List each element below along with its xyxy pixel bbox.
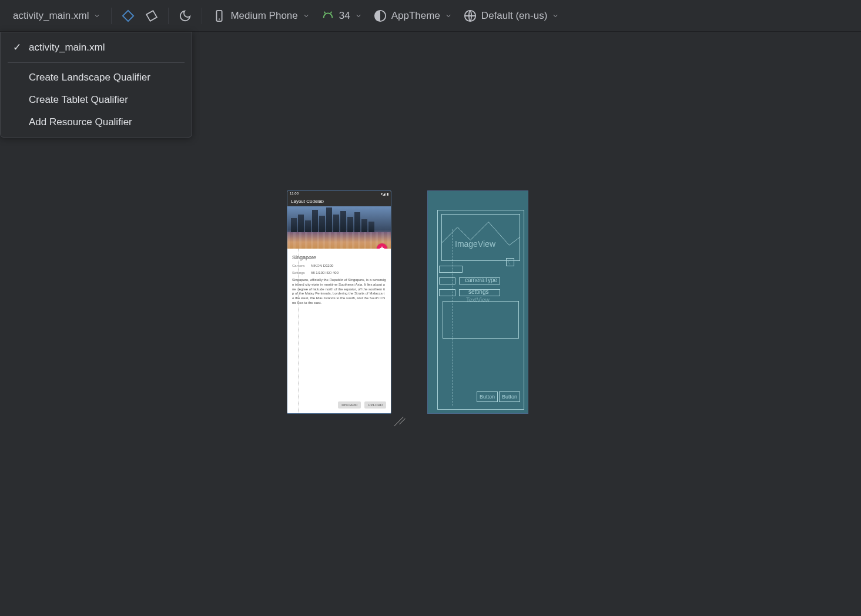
- chevron-down-icon: [355, 12, 362, 19]
- separator: [168, 8, 169, 24]
- blueprint-camera-label-box[interactable]: [439, 277, 455, 284]
- blueprint-mountain-icon: [442, 215, 520, 260]
- layout-file-menu[interactable]: ✓ activity_main.xml Create Landscape Qua…: [0, 32, 192, 138]
- description-text: Singapore, officially the Republic of Si…: [292, 278, 386, 306]
- menu-item-label: Create Landscape Qualifier: [29, 72, 150, 83]
- separator: [111, 8, 112, 24]
- locale-dropdown[interactable]: Default (en-us): [459, 7, 564, 25]
- theme-label: AppTheme: [391, 10, 440, 22]
- chevron-down-icon: [93, 12, 100, 19]
- check-icon: ✓: [11, 41, 23, 53]
- svg-line-3: [330, 11, 331, 13]
- status-bar: 11:00 ▾◢ ▮: [287, 191, 391, 196]
- resize-handle[interactable]: [393, 415, 406, 428]
- menu-item-current-file[interactable]: ✓ activity_main.xml: [1, 36, 192, 59]
- device-label: Medium Phone: [230, 10, 297, 22]
- blueprint-settings-label-box[interactable]: [439, 289, 455, 296]
- hero-image: [287, 206, 391, 249]
- night-mode-button[interactable]: [175, 5, 196, 26]
- chevron-down-icon: [303, 12, 310, 19]
- blueprint-camera-type-label: cameraType: [465, 277, 497, 283]
- menu-separator: [8, 62, 185, 63]
- preview-content: Singapore Camera NIKON D3200 Settings f/…: [287, 249, 391, 413]
- rotate-icon: [145, 9, 158, 22]
- app-title: Layout Codelab: [291, 199, 324, 204]
- chevron-down-icon: [552, 12, 559, 19]
- android-icon: [321, 9, 334, 22]
- menu-item-label: activity_main.xml: [29, 42, 105, 53]
- api-level-dropdown[interactable]: 34: [317, 7, 367, 25]
- theme-dropdown[interactable]: AppTheme: [369, 7, 457, 25]
- menu-item-tablet-qualifier[interactable]: Create Tablet Qualifier: [1, 89, 192, 111]
- blueprint-button-1[interactable]: Button: [477, 391, 498, 402]
- editor-toolbar: activity_main.xml Medium Phone 34 AppThe…: [0, 0, 861, 32]
- menu-item-label: Create Tablet Qualifier: [29, 94, 128, 106]
- phone-icon: [213, 9, 226, 22]
- device-preview[interactable]: 11:00 ▾◢ ▮ Layout Codelab: [287, 190, 391, 414]
- camera-label: Camera: [292, 264, 307, 267]
- locale-label: Default (en-us): [481, 10, 547, 22]
- status-time: 11:00: [290, 192, 299, 196]
- api-level: 34: [339, 10, 350, 22]
- layout-file-dropdown[interactable]: activity_main.xml: [8, 8, 105, 24]
- blueprint-settings-label: settings: [468, 289, 488, 295]
- moon-icon: [179, 9, 192, 22]
- orientation-button[interactable]: [141, 5, 162, 26]
- design-view-button[interactable]: [118, 5, 139, 26]
- blueprint-textview-box[interactable]: [443, 301, 519, 339]
- layout-file-name: activity_main.xml: [13, 10, 89, 22]
- device-dropdown[interactable]: Medium Phone: [208, 7, 314, 25]
- menu-item-landscape-qualifier[interactable]: Create Landscape Qualifier: [1, 66, 192, 89]
- blueprint-title-box[interactable]: [439, 266, 463, 273]
- blueprint-button-2[interactable]: Button: [499, 391, 520, 402]
- settings-label: Settings: [292, 271, 307, 274]
- card-title: Singapore: [292, 255, 386, 260]
- separator: [202, 8, 202, 24]
- settings-value: f/8 1/100 ISO 400: [311, 271, 339, 274]
- theme-icon: [374, 9, 387, 22]
- globe-icon: [464, 9, 477, 22]
- menu-item-label: Add Resource Qualifier: [29, 116, 132, 128]
- blueprint-imageview-label: ImageView: [455, 239, 495, 249]
- status-icons: ▾◢ ▮: [381, 192, 388, 196]
- chevron-down-icon: [445, 12, 452, 19]
- upload-button[interactable]: UPLOAD: [364, 401, 386, 409]
- app-bar: Layout Codelab: [287, 196, 391, 206]
- blueprint-imageview[interactable]: ImageView: [441, 214, 520, 261]
- menu-item-resource-qualifier[interactable]: Add Resource Qualifier: [1, 111, 192, 133]
- design-icon: [122, 9, 135, 22]
- blueprint-fab[interactable]: [506, 258, 514, 266]
- blueprint-root: ImageView cameraType settings TextView B…: [437, 210, 524, 410]
- svg-line-2: [324, 11, 325, 13]
- blueprint-preview[interactable]: ImageView cameraType settings TextView B…: [427, 190, 528, 414]
- camera-value: NIKON D3200: [311, 264, 333, 267]
- discard-button[interactable]: DISCARD: [338, 401, 361, 409]
